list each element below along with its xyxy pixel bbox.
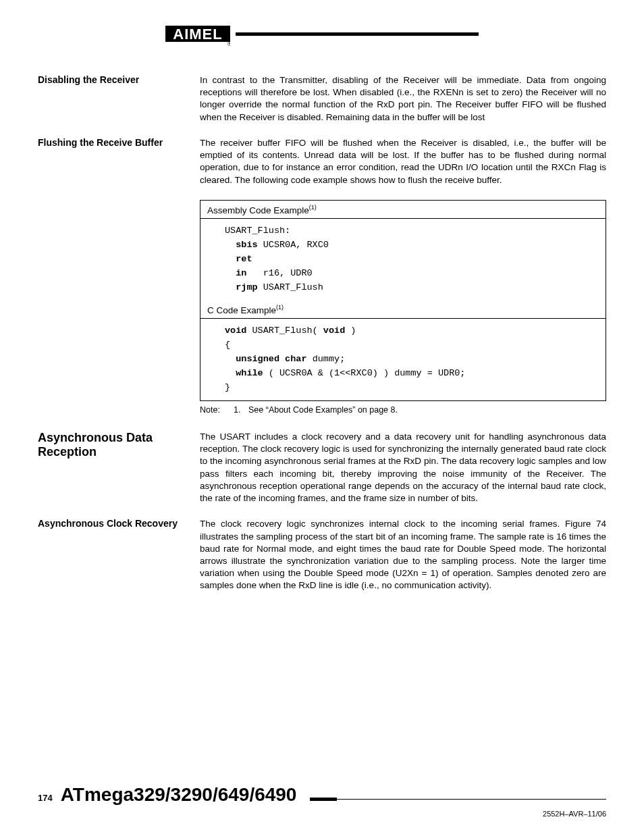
atmel-logo-icon: AIMEL ®: [165, 20, 230, 47]
document-title: ATmega329/3290/649/6490: [61, 784, 297, 806]
note-text: See “About Code Examples” on page 8.: [248, 405, 398, 415]
code-title-c-sup: (1): [276, 304, 284, 311]
code-title-c: C Code Example(1): [200, 301, 606, 319]
document-code: 2552H–AVR–11/06: [38, 810, 606, 818]
section-async-data: Asynchronous Data Reception The USART in…: [38, 431, 606, 504]
section-disabling-receiver: Disabling the Receiver In contrast to th…: [38, 74, 606, 124]
svg-text:®: ®: [227, 41, 230, 47]
code-body-assembly: USART_Flush: sbis UCSR0A, RXC0 ret in r1…: [200, 219, 606, 301]
page-number: 174: [38, 793, 53, 803]
note-number: 1.: [234, 405, 248, 415]
section-flushing-buffer: Flushing the Receive Buffer The receiver…: [38, 137, 606, 186]
header-logo-row: AIMEL ®: [38, 20, 606, 47]
footer-title-row: 174 ATmega329/3290/649/6490: [38, 784, 606, 806]
footer-rule: [310, 798, 606, 801]
note-row: Note: 1. See “About Code Examples” on pa…: [200, 405, 606, 415]
code-title-c-text: C Code Example: [207, 305, 276, 315]
svg-text:AIMEL: AIMEL: [173, 26, 222, 43]
body-async-data: The USART includes a clock recovery and …: [200, 431, 606, 504]
page-footer: 174 ATmega329/3290/649/6490 2552H–AVR–11…: [38, 784, 606, 818]
body-async-clock: The clock recovery logic synchronizes in…: [200, 518, 606, 592]
code-title-assembly-sup: (1): [309, 204, 317, 211]
header-rule: [236, 32, 479, 36]
code-title-assembly-text: Assembly Code Example: [207, 205, 309, 215]
code-title-assembly: Assembly Code Example(1): [200, 201, 606, 219]
code-box-assembly: Assembly Code Example(1) USART_Flush: sb…: [200, 200, 606, 401]
note-label: Note:: [200, 405, 234, 415]
heading-disabling-receiver: Disabling the Receiver: [38, 74, 200, 85]
heading-async-clock: Asynchronous Clock Recovery: [38, 518, 200, 529]
body-disabling-receiver: In contrast to the Transmitter, disablin…: [200, 74, 606, 124]
section-async-clock: Asynchronous Clock Recovery The clock re…: [38, 518, 606, 592]
page: AIMEL ® Disabling the Receiver In contra…: [0, 0, 644, 834]
code-body-c: void USART_Flush( void ) { unsigned char…: [200, 319, 606, 400]
body-flushing-buffer: The receiver buffer FIFO will be flushed…: [200, 137, 606, 186]
heading-flushing-buffer: Flushing the Receive Buffer: [38, 137, 200, 148]
heading-async-data: Asynchronous Data Reception: [38, 431, 200, 459]
